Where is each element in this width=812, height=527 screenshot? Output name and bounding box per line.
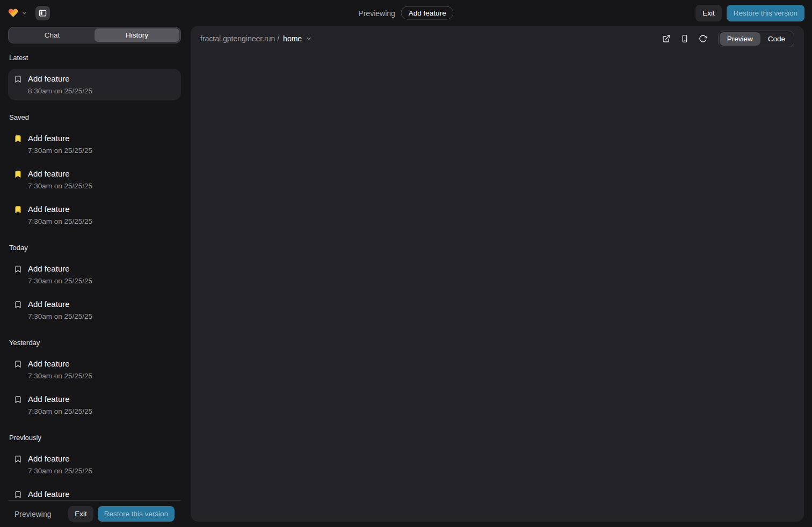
history-section: Yesterday Add feature 7:30am on 25/25/25… [8,339,181,421]
preview-pane: fractal.gptengineer.run / home [191,26,804,522]
bookmark-icon [14,301,22,309]
history-item-title: Add feature [28,134,175,143]
history-item-title: Add feature [28,299,175,309]
chevron-down-icon [21,10,27,16]
view-mode-toggle: Preview Code [718,31,794,47]
history-item-timestamp: 7:30am on 25/25/25 [28,182,175,190]
history-item-timestamp: 7:30am on 25/25/25 [28,147,175,155]
app-logo-menu[interactable] [8,8,27,18]
history-item-timestamp: 7:30am on 25/25/25 [28,277,175,285]
bookmark-saved-icon [14,206,22,214]
footer-restore-version-button[interactable]: Restore this version [98,506,175,522]
history-item-title: Add feature [28,204,175,214]
preview-url-page: home [283,34,302,43]
preview-url-prefix: fractal.gptengineer.run / [200,34,279,43]
exit-button[interactable]: Exit [695,5,722,21]
history-sidebar: Chat History Latest Add feature 8:30am o… [8,26,181,527]
history-item-timestamp: 7:30am on 25/25/25 [28,217,175,225]
history-item[interactable]: Add feature 8:30am on 25/25/25 [8,69,181,100]
history-item-title: Add feature [28,394,175,404]
refresh-icon [699,34,707,43]
history-item-timestamp: 7:30am on 25/25/25 [28,467,175,475]
bookmark-saved-icon [14,170,22,178]
section-label: Saved [9,113,180,121]
history-item-timestamp: 7:30am on 25/25/25 [28,372,175,380]
bookmark-icon [14,455,22,463]
history-item[interactable]: Add feature 7:30am on 25/25/25 [8,199,181,231]
bookmark-icon [14,265,22,273]
history-item-title: Add feature [28,454,175,464]
toggle-sidebar-button[interactable] [35,6,50,20]
sidebar-footer: Previewing Exit Restore this version [8,500,181,527]
sidebar-tabs: Chat History [8,27,181,43]
history-item-title: Add feature [28,169,175,179]
history-section: Latest Add feature 8:30am on 25/25/25 [8,54,181,100]
history-item[interactable]: Add feature 7:30am on 25/25/25 [8,294,181,326]
heart-logo-icon [8,8,19,18]
history-item-timestamp: 7:30am on 25/25/25 [28,312,175,320]
history-item-timestamp: 8:30am on 25/25/25 [28,87,175,95]
bookmark-icon [14,491,22,499]
history-item-title: Add feature [28,74,175,84]
chevron-down-icon [306,35,312,42]
history-list[interactable]: Latest Add feature 8:30am on 25/25/25 Sa… [8,43,181,500]
refresh-button[interactable] [695,31,711,46]
bookmark-saved-icon [14,135,22,143]
bookmark-icon [14,75,22,83]
history-item[interactable]: Add feature 7:30am on 25/25/25 [8,449,181,480]
preview-url-selector[interactable]: fractal.gptengineer.run / home [200,34,312,43]
external-link-icon [662,34,671,43]
section-label: Latest [9,54,180,62]
history-item[interactable]: Add feature 7:30am on 25/25/25 [8,354,181,385]
history-item-timestamp: 7:30am on 25/25/25 [28,407,175,415]
history-item[interactable]: Add feature 7:30am on 25/25/25 [8,389,181,421]
tab-chat[interactable]: Chat [10,28,95,42]
footer-previewing-label: Previewing [15,510,64,518]
section-label: Today [9,244,180,252]
tab-history[interactable]: History [95,28,179,42]
topbar: Previewing Add feature Exit Restore this… [0,0,812,26]
tab-code[interactable]: Code [760,32,793,46]
bookmark-icon [14,396,22,404]
tab-preview[interactable]: Preview [720,32,760,46]
preview-pane-header: fractal.gptengineer.run / home [191,26,804,52]
history-item-title: Add feature [28,359,175,369]
mobile-device-icon [680,34,689,43]
version-badge[interactable]: Add feature [401,6,454,20]
section-label: Yesterday [9,339,180,347]
mobile-view-button[interactable] [677,31,692,46]
history-item[interactable]: Add feature 7:30am on 25/25/25 [8,484,181,500]
history-section: Today Add feature 7:30am on 25/25/25 Add… [8,244,181,326]
open-in-new-tab-button[interactable] [659,31,674,46]
history-section: Saved Add feature 7:30am on 25/25/25 Add… [8,113,181,231]
previewing-status-label: Previewing [358,9,395,17]
restore-version-button[interactable]: Restore this version [727,5,804,21]
history-item-title: Add feature [28,264,175,274]
bookmark-icon [14,360,22,368]
history-item[interactable]: Add feature 7:30am on 25/25/25 [8,259,181,290]
panel-left-icon [38,9,47,18]
history-section: Previously Add feature 7:30am on 25/25/2… [8,434,181,500]
footer-exit-button[interactable]: Exit [68,506,93,522]
history-item[interactable]: Add feature 7:30am on 25/25/25 [8,164,181,195]
preview-content[interactable] [191,52,804,522]
history-item-title: Add feature [28,489,175,499]
history-item[interactable]: Add feature 7:30am on 25/25/25 [8,128,181,160]
section-label: Previously [9,434,180,442]
